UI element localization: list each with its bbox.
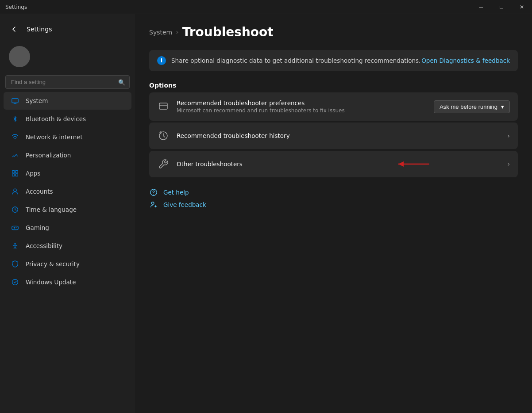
- svg-point-6: [14, 189, 16, 191]
- page-title: Troubleshoot: [182, 25, 274, 39]
- sidebar-item-system[interactable]: System: [4, 92, 131, 110]
- svg-point-1: [15, 138, 16, 139]
- sidebar-item-system-label: System: [26, 97, 48, 104]
- sidebar-title: Settings: [27, 26, 52, 33]
- search-input[interactable]: [5, 75, 130, 89]
- sidebar-item-privacy-label: Privacy & security: [26, 260, 80, 268]
- prefs-dropdown-value: Ask me before running: [439, 103, 497, 110]
- recommended-history-content: Recommended troubleshooter history: [177, 132, 500, 139]
- other-troubleshooters-title: Other troubleshooters: [177, 161, 500, 168]
- sidebar-item-windows-update-label: Windows Update: [26, 279, 76, 286]
- breadcrumb-parent[interactable]: System: [149, 29, 172, 36]
- app-body: Settings 🔍 System Blue: [0, 14, 532, 413]
- privacy-icon: [11, 260, 19, 268]
- chevron-down-icon: ▾: [501, 103, 504, 110]
- network-icon: [11, 133, 19, 141]
- sidebar-item-gaming[interactable]: Gaming: [4, 219, 131, 237]
- svg-point-17: [152, 202, 154, 204]
- sidebar-item-accessibility[interactable]: Accessibility: [4, 237, 131, 255]
- recommended-prefs-icon: [157, 100, 170, 113]
- close-button[interactable]: ✕: [512, 0, 532, 14]
- give-feedback-link[interactable]: Give feedback: [149, 200, 518, 209]
- accounts-icon: [11, 187, 19, 196]
- sidebar-item-apps[interactable]: Apps: [4, 164, 131, 182]
- sidebar-item-time-label: Time & language: [26, 206, 77, 213]
- option-recommended-prefs[interactable]: Recommended troubleshooter preferences M…: [149, 92, 518, 121]
- main-content: System › Troubleshoot i Share optional d…: [135, 14, 532, 413]
- sidebar-item-gaming-label: Gaming: [26, 224, 49, 231]
- sidebar-item-network-label: Network & internet: [26, 134, 83, 141]
- svg-point-10: [14, 243, 16, 245]
- apps-icon: [11, 169, 19, 178]
- other-troubleshooters-content: Other troubleshooters: [177, 161, 500, 168]
- sidebar-user-area: [4, 42, 131, 71]
- titlebar: Settings ─ □ ✕: [0, 0, 532, 14]
- info-banner: i Share optional diagnostic data to get …: [149, 50, 518, 71]
- system-icon: [11, 96, 19, 105]
- info-banner-content: i Share optional diagnostic data to get …: [157, 56, 420, 65]
- sidebar-item-accessibility-label: Accessibility: [26, 242, 62, 249]
- sidebar-item-apps-label: Apps: [26, 170, 40, 177]
- section-header: Options: [149, 82, 518, 89]
- sidebar-item-bluetooth-label: Bluetooth & devices: [26, 115, 86, 122]
- svg-rect-4: [12, 174, 15, 176]
- sidebar-item-network[interactable]: Network & internet: [4, 128, 131, 146]
- sidebar-item-personalization[interactable]: Personalization: [4, 146, 131, 164]
- svg-point-9: [16, 227, 17, 228]
- sidebar-item-accounts-label: Accounts: [26, 188, 53, 195]
- recommended-prefs-right: Ask me before running ▾: [434, 100, 510, 113]
- other-troubleshooters-icon: [157, 158, 170, 170]
- time-icon: [11, 205, 19, 214]
- info-banner-text: Share optional diagnostic data to get ad…: [171, 57, 420, 64]
- back-button[interactable]: [7, 22, 21, 36]
- sidebar-item-accounts[interactable]: Accounts: [4, 183, 131, 200]
- svg-rect-3: [15, 171, 18, 173]
- get-help-link[interactable]: Get help: [149, 188, 518, 197]
- recommended-history-title: Recommended troubleshooter history: [177, 132, 500, 139]
- titlebar-title: Settings: [5, 4, 27, 10]
- svg-rect-5: [15, 174, 18, 176]
- sidebar-item-windows-update[interactable]: Windows Update: [4, 273, 131, 291]
- recommended-history-right: ›: [507, 132, 510, 139]
- help-links: Get help Give feedback: [149, 188, 518, 209]
- breadcrumb: System › Troubleshoot: [149, 25, 518, 39]
- breadcrumb-separator: ›: [176, 28, 178, 36]
- give-feedback-label: Give feedback: [163, 201, 206, 208]
- windows-update-icon: [11, 278, 19, 287]
- give-feedback-icon: [149, 200, 158, 209]
- maximize-button[interactable]: □: [491, 0, 512, 14]
- personalization-icon: [11, 151, 19, 160]
- sidebar-item-time[interactable]: Time & language: [4, 201, 131, 218]
- sidebar-item-bluetooth[interactable]: Bluetooth & devices: [4, 110, 131, 128]
- minimize-button[interactable]: ─: [471, 0, 491, 14]
- avatar: [9, 46, 30, 67]
- get-help-icon: [149, 188, 158, 197]
- chevron-right-icon-2: ›: [507, 161, 510, 168]
- sidebar-item-privacy[interactable]: Privacy & security: [4, 255, 131, 273]
- search-icon: 🔍: [118, 79, 125, 85]
- get-help-label: Get help: [163, 189, 189, 196]
- option-other-troubleshooters[interactable]: Other troubleshooters ›: [149, 151, 518, 177]
- recommended-history-icon: [157, 130, 170, 142]
- nav-list: System Bluetooth & devices Network & int…: [0, 92, 135, 291]
- chevron-right-icon: ›: [507, 132, 510, 139]
- sidebar-header: Settings: [0, 18, 135, 41]
- search-container: 🔍: [5, 75, 130, 89]
- info-icon: i: [157, 56, 166, 65]
- option-recommended-history[interactable]: Recommended troubleshooter history ›: [149, 122, 518, 149]
- prefs-dropdown[interactable]: Ask me before running ▾: [434, 100, 510, 113]
- svg-point-16: [153, 194, 154, 194]
- sidebar: Settings 🔍 System Blue: [0, 14, 135, 413]
- svg-rect-2: [12, 171, 15, 173]
- recommended-prefs-title: Recommended troubleshooter preferences: [177, 99, 427, 107]
- sidebar-item-personalization-label: Personalization: [26, 152, 71, 159]
- gaming-icon: [11, 223, 19, 232]
- recommended-prefs-content: Recommended troubleshooter preferences M…: [177, 99, 427, 114]
- svg-rect-0: [12, 99, 18, 103]
- svg-rect-12: [159, 103, 167, 109]
- other-troubleshooters-right: ›: [507, 161, 510, 168]
- titlebar-controls: ─ □ ✕: [471, 0, 532, 14]
- bluetooth-icon: [11, 115, 19, 123]
- open-diagnostics-link[interactable]: Open Diagnostics & feedback: [421, 57, 510, 64]
- accessibility-icon: [11, 241, 19, 250]
